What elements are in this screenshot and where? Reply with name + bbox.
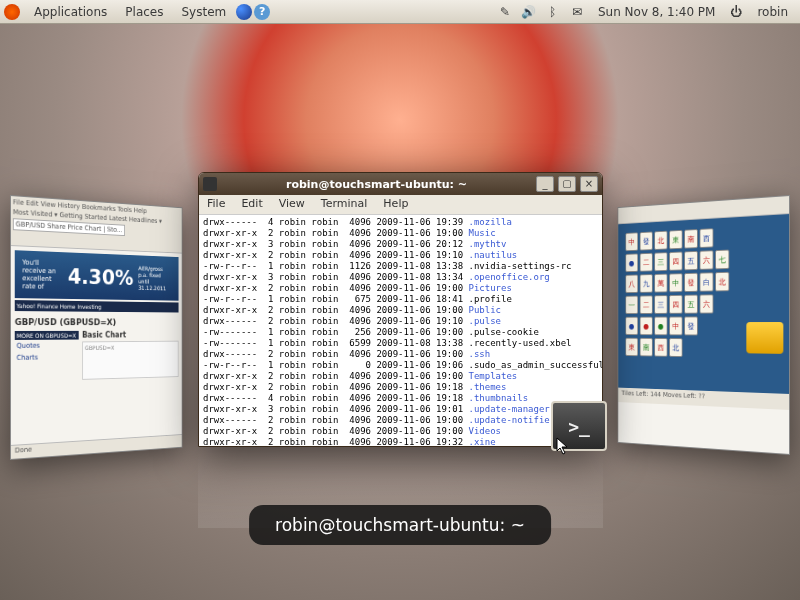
chart-placeholder: GBPUSD=X: [82, 341, 178, 380]
tile-row[interactable]: 一二三四五六: [625, 291, 782, 315]
menu-edit[interactable]: Edit: [233, 195, 270, 214]
menu-view[interactable]: View: [271, 195, 313, 214]
user-menu[interactable]: robin: [749, 3, 796, 21]
close-button[interactable]: ×: [580, 176, 598, 192]
banner-rate: 4.30%: [68, 264, 134, 290]
help-icon[interactable]: ?: [254, 4, 270, 20]
terminal-window[interactable]: robin@touchsmart-ubuntu: ~ _ ▢ × File Ed…: [198, 172, 603, 447]
more-header: MORE ON GBPUSD=X: [15, 331, 79, 340]
mahjong-window[interactable]: 中發北東南西 ●二三四五六七 八九萬中發白北 一二三四五六 ●●●中發 東南西北…: [618, 195, 790, 455]
symbol-title: GBP/USD (GBPUSD=X): [15, 317, 179, 327]
window-icon: [203, 177, 217, 191]
terminal-menubar: File Edit View Terminal Help: [199, 195, 602, 215]
rate-banner: You'll receive an excellent rate of 4.30…: [15, 250, 179, 300]
menu-terminal[interactable]: Terminal: [313, 195, 376, 214]
input-icon[interactable]: ✎: [497, 4, 513, 20]
ubuntu-logo-icon[interactable]: [4, 4, 20, 20]
side-link-charts[interactable]: Charts: [15, 351, 79, 364]
maximize-button[interactable]: ▢: [558, 176, 576, 192]
tile-row[interactable]: 八九萬中發白北: [625, 268, 782, 294]
titlebar[interactable]: robin@touchsmart-ubuntu: ~ _ ▢ ×: [199, 173, 602, 195]
window-title-overlay: robin@touchsmart-ubuntu: ~: [249, 505, 551, 545]
menu-places[interactable]: Places: [117, 3, 171, 21]
chart-section: Basic Chart: [82, 331, 178, 340]
browser-window[interactable]: File Edit View History Bookmarks Tools H…: [10, 195, 182, 460]
browser-content: You'll receive an excellent rate of 4.30…: [11, 246, 182, 386]
firefox-icon[interactable]: [236, 4, 252, 20]
hint-badge[interactable]: [746, 322, 783, 354]
volume-icon[interactable]: 🔊: [521, 4, 537, 20]
browser-chrome: File Edit View History Bookmarks Tools H…: [11, 196, 182, 254]
side-link-quotes[interactable]: Quotes: [15, 340, 79, 352]
cursor-icon: [556, 437, 572, 457]
menu-system[interactable]: System: [173, 3, 234, 21]
menu-file[interactable]: File: [199, 195, 233, 214]
minimize-button[interactable]: _: [536, 176, 554, 192]
browser-status: Done: [11, 434, 182, 459]
bluetooth-icon[interactable]: ᛒ: [545, 4, 561, 20]
top-panel: Applications Places System ? ✎ 🔊 ᛒ ✉ Sun…: [0, 0, 800, 24]
finance-nav[interactable]: Yahoo! Finance Home Investing: [15, 300, 179, 312]
mahjong-board[interactable]: 中發北東南西 ●二三四五六七 八九萬中發白北 一二三四五六 ●●●中發 東南西北: [618, 214, 789, 394]
terminal-output[interactable]: drwx------ 4 robin robin 4096 2009-11-06…: [199, 215, 602, 446]
menu-applications[interactable]: Applications: [26, 3, 115, 21]
clock[interactable]: Sun Nov 8, 1:40 PM: [590, 3, 724, 21]
mail-icon[interactable]: ✉: [569, 4, 585, 20]
window-title: robin@touchsmart-ubuntu: ~: [221, 178, 532, 191]
banner-lead: You'll receive an excellent rate of: [22, 258, 62, 291]
banner-sub: AER/gross p.a. fixed until 31.12.2011: [138, 265, 172, 292]
menu-help[interactable]: Help: [375, 195, 416, 214]
power-icon[interactable]: ⏻: [728, 4, 744, 20]
